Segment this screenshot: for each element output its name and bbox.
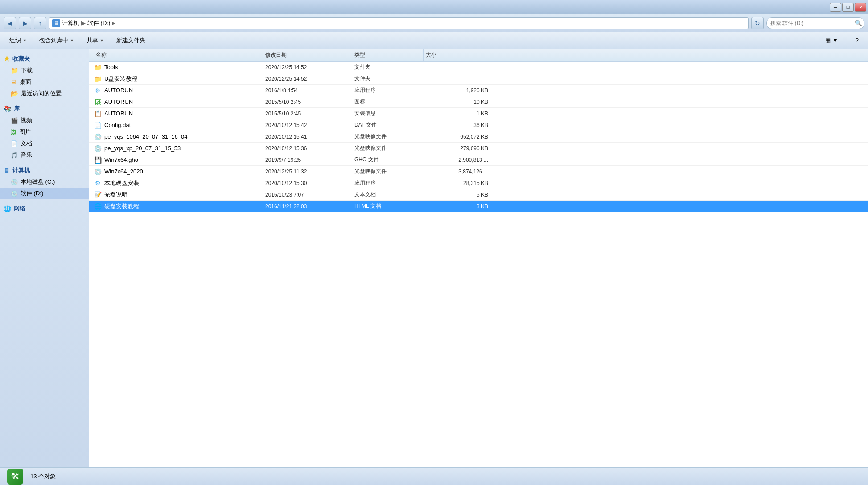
search-bar[interactable]: 🔍 <box>766 17 864 29</box>
file-type-icon: 📁 <box>94 75 102 83</box>
file-name: pe_yqs_1064_20_07_31_16_04 <box>104 133 188 140</box>
view-button[interactable]: ▦ ▼ <box>820 34 843 47</box>
table-row[interactable]: ⚙ AUTORUN 2016/1/8 4:54 应用程序 1,926 KB <box>89 85 868 96</box>
file-size: 36 KB <box>424 122 490 128</box>
table-row[interactable]: 💿 Win7x64_2020 2020/12/25 11:32 光盘映像文件 3… <box>89 166 868 177</box>
file-size: 3,874,126 ... <box>424 169 490 175</box>
up-button[interactable]: ↑ <box>34 17 46 29</box>
file-date: 2020/10/12 15:36 <box>263 145 352 152</box>
table-row[interactable]: 💾 Win7x64.gho 2019/9/7 19:25 GHO 文件 2,90… <box>89 154 868 166</box>
table-row[interactable]: 📋 AUTORUN 2015/5/10 2:45 安装信息 1 KB <box>89 108 868 119</box>
table-row[interactable]: 📝 光盘说明 2016/10/23 7:07 文本文档 5 KB <box>89 189 868 201</box>
sidebar-section-favorites: ★ 收藏夹 📁 下载 🖥 桌面 📂 最近访问的位置 <box>0 53 89 99</box>
file-name-cell: ⚙ 本地硬盘安装 <box>94 179 263 187</box>
music-icon: 🎵 <box>11 152 18 159</box>
file-date: 2015/5/10 2:45 <box>263 99 352 105</box>
desktop-icon: 🖥 <box>11 78 17 86</box>
file-size: 28,315 KB <box>424 180 490 186</box>
help-button[interactable]: ? <box>851 34 864 47</box>
col-header-name[interactable]: 名称 <box>94 49 263 61</box>
file-name: Config.dat <box>104 122 131 128</box>
table-row[interactable]: ⚙ 本地硬盘安装 2020/10/12 15:30 应用程序 28,315 KB <box>89 177 868 189</box>
table-row[interactable]: 💿 pe_yqs_xp_20_07_31_15_53 2020/10/12 15… <box>89 143 868 154</box>
sidebar-item-recent[interactable]: 📂 最近访问的位置 <box>0 88 89 99</box>
search-icon[interactable]: 🔍 <box>852 17 864 29</box>
file-date: 2020/10/12 15:42 <box>263 122 352 128</box>
file-name: AUTORUN <box>104 110 133 117</box>
table-row[interactable]: 📁 Tools 2020/12/25 14:52 文件夹 <box>89 62 868 73</box>
toolbar-right: ▦ ▼ ? <box>820 34 864 47</box>
breadcrumb[interactable]: 🖥 计算机 ▶ 软件 (D:) ▶ <box>49 17 749 29</box>
file-type: 文本文档 <box>352 191 424 198</box>
file-type-icon: 💿 <box>94 144 102 152</box>
sidebar-item-images[interactable]: 🖼 图片 <box>0 126 89 138</box>
file-type: 应用程序 <box>352 179 424 187</box>
file-name-cell: 📝 光盘说明 <box>94 191 263 199</box>
table-row[interactable]: 🌐 硬盘安装教程 2016/11/21 22:03 HTML 文档 3 KB <box>89 201 868 212</box>
back-button[interactable]: ◀ <box>4 17 16 29</box>
organize-button[interactable]: 组织 ▼ <box>4 34 32 47</box>
file-date: 2016/10/23 7:07 <box>263 192 352 198</box>
forward-button[interactable]: ▶ <box>19 17 31 29</box>
table-row[interactable]: 📁 U盘安装教程 2020/12/25 14:52 文件夹 <box>89 73 868 85</box>
col-header-type[interactable]: 类型 <box>352 49 424 61</box>
search-input[interactable] <box>767 20 852 26</box>
share-button[interactable]: 共享 ▼ <box>82 34 109 47</box>
sidebar-item-cdrive[interactable]: 💿 本地磁盘 (C:) <box>0 176 89 188</box>
file-type-icon: ⚙ <box>94 179 102 187</box>
sidebar-item-downloads[interactable]: 📁 下载 <box>0 65 89 76</box>
file-type: 光盘映像文件 <box>352 168 424 175</box>
sidebar: ★ 收藏夹 📁 下载 🖥 桌面 📂 最近访问的位置 📚 库 <box>0 49 89 467</box>
sidebar-library-header[interactable]: 📚 库 <box>0 103 89 115</box>
file-size: 5 KB <box>424 192 490 198</box>
table-row[interactable]: 💿 pe_yqs_1064_20_07_31_16_04 2020/10/12 … <box>89 131 868 143</box>
file-type: 光盘映像文件 <box>352 133 424 140</box>
include-button[interactable]: 包含到库中 ▼ <box>34 34 79 47</box>
col-header-size[interactable]: 大小 <box>424 49 490 61</box>
refresh-button[interactable]: ↻ <box>751 17 764 29</box>
file-date: 2016/11/21 22:03 <box>263 203 352 210</box>
monitor-icon: 🖥 <box>4 167 10 174</box>
sidebar-item-desktop[interactable]: 🖥 桌面 <box>0 76 89 88</box>
sidebar-item-docs[interactable]: 📄 文档 <box>0 138 89 149</box>
file-name: pe_yqs_xp_20_07_31_15_53 <box>104 145 181 152</box>
file-size: 10 KB <box>424 99 490 105</box>
col-header-date[interactable]: 修改日期 <box>263 49 352 61</box>
cdrive-icon: 💿 <box>11 179 18 185</box>
sidebar-network-header[interactable]: 🌐 网络 <box>0 203 89 214</box>
table-row[interactable]: 📄 Config.dat 2020/10/12 15:42 DAT 文件 36 … <box>89 119 868 131</box>
breadcrumb-arrow[interactable]: ▶ <box>112 21 115 25</box>
network-icon: 🌐 <box>4 205 11 212</box>
doc-icon: 📄 <box>11 140 18 147</box>
breadcrumb-drive[interactable]: 软件 (D:) <box>87 19 110 27</box>
file-date: 2020/12/25 14:52 <box>263 76 352 82</box>
file-name: AUTORUN <box>104 87 133 94</box>
new-folder-button[interactable]: 新建文件夹 <box>111 34 150 47</box>
table-row[interactable]: 🖼 AUTORUN 2015/5/10 2:45 图标 10 KB <box>89 96 868 108</box>
toolbar: 组织 ▼ 包含到库中 ▼ 共享 ▼ 新建文件夹 ▦ ▼ ? <box>0 32 868 49</box>
file-name: Win7x64_2020 <box>104 168 143 175</box>
toolbar-divider <box>847 36 847 45</box>
file-name: Tools <box>104 64 118 70</box>
file-type: 应用程序 <box>352 86 424 94</box>
sidebar-item-ddrive[interactable]: 💿 软件 (D:) <box>0 188 89 199</box>
file-type: DAT 文件 <box>352 121 424 129</box>
image-icon: 🖼 <box>11 129 16 136</box>
sidebar-item-video[interactable]: 🎬 视频 <box>0 115 89 126</box>
status-text: 13 个对象 <box>30 473 56 481</box>
sidebar-favorites-header[interactable]: ★ 收藏夹 <box>0 53 89 65</box>
file-name-cell: 📁 U盘安装教程 <box>94 75 263 83</box>
file-type: 安装信息 <box>352 110 424 117</box>
file-name: U盘安装教程 <box>104 75 137 83</box>
sidebar-computer-header[interactable]: 🖥 计算机 <box>0 164 89 176</box>
file-date: 2020/12/25 14:52 <box>263 64 352 70</box>
close-button[interactable]: ✕ <box>855 3 866 12</box>
breadcrumb-computer[interactable]: 计算机 <box>62 19 79 27</box>
file-type-icon: 🖼 <box>94 98 102 106</box>
maximize-button[interactable]: □ <box>842 3 854 12</box>
folder-icon: 📁 <box>11 67 18 74</box>
sidebar-item-music[interactable]: 🎵 音乐 <box>0 149 89 161</box>
file-name-cell: 🌐 硬盘安装教程 <box>94 202 263 210</box>
minimize-button[interactable]: ─ <box>830 3 841 12</box>
star-icon: ★ <box>4 54 10 63</box>
